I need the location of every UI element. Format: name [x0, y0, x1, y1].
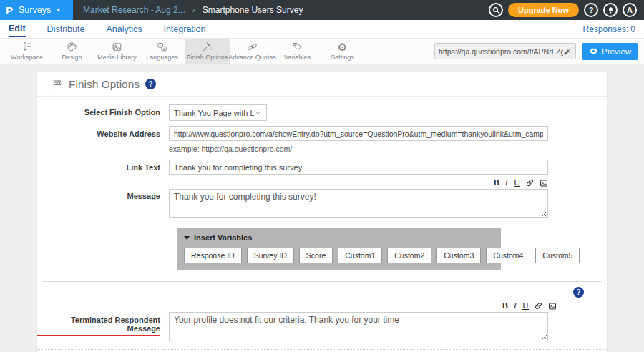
bell-icon	[607, 6, 615, 14]
notifications-button[interactable]	[603, 3, 618, 17]
variable-custom1[interactable]: Custom1	[338, 248, 382, 263]
product-switcher[interactable]: P Surveys ▾	[0, 0, 73, 20]
terminated-help-row: ?	[37, 287, 607, 298]
help-button[interactable]: ?	[584, 3, 598, 17]
card-header: Finish Options ?	[37, 72, 607, 97]
link-text-label: Link Text	[37, 160, 169, 175]
tab-distribute[interactable]: Distribute	[47, 21, 85, 36]
message-label: Message	[37, 177, 169, 221]
variable-custom4[interactable]: Custom4	[486, 248, 530, 263]
question-icon: ?	[589, 6, 594, 14]
design-icon	[67, 41, 77, 52]
variable-custom5[interactable]: Custom5	[535, 248, 580, 263]
section-divider	[42, 281, 602, 282]
insert-link-icon[interactable]	[535, 302, 542, 310]
toolbar-item-label: Languages	[146, 54, 178, 61]
preview-button[interactable]: Preview	[582, 43, 638, 60]
toolbar-item-label: Advance Quotas	[228, 54, 276, 61]
toolbar-item-design[interactable]: Design	[49, 39, 94, 64]
message-row: Message B I U Thank you for completing t…	[37, 177, 607, 221]
website-address-row: Website Address example: https://qa.ques…	[37, 126, 607, 153]
finish-options-help-icon[interactable]: ?	[145, 79, 156, 89]
website-address-label: Website Address	[37, 126, 169, 153]
avatar-letter: A	[627, 6, 633, 14]
insert-image-icon[interactable]	[548, 302, 557, 311]
terminated-help-icon[interactable]: ?	[573, 287, 584, 298]
bold-button[interactable]: B	[502, 301, 507, 311]
toolbar-item-label: Media Library	[97, 54, 137, 61]
italic-button[interactable]: I	[514, 301, 517, 311]
main-area: Finish Options ? Select Finish Option Th…	[0, 64, 644, 352]
insert-variables-toggle[interactable]: Insert Variables	[184, 233, 494, 242]
toolbar-item-finish-options[interactable]: Finish Options	[185, 39, 230, 64]
survey-url-text: https://qa.questionpro.com/t/APNrFZgQ	[439, 47, 563, 56]
tab-analytics[interactable]: Analytics	[106, 21, 142, 36]
variable-custom2[interactable]: Custom2	[387, 248, 431, 263]
languages-icon: xA	[157, 41, 167, 52]
variable-score[interactable]: Score	[299, 248, 333, 263]
variables-icon	[292, 41, 303, 52]
top-bar: P Surveys ▾ Market Research - Aug 2... ›…	[0, 0, 644, 20]
tab-integration[interactable]: Integration	[163, 21, 205, 36]
finish-flag-icon	[52, 79, 63, 90]
insert-variables-label: Insert Variables	[194, 233, 252, 242]
svg-text:A: A	[163, 47, 165, 51]
breadcrumb-separator-icon: ›	[192, 5, 195, 15]
product-label: Surveys	[19, 5, 51, 15]
toolbar-item-label: Settings	[331, 54, 354, 61]
toolbar-item-advance-quotas[interactable]: Advance Quotas	[230, 39, 275, 64]
preview-label: Preview	[602, 47, 631, 56]
toolbar-item-settings[interactable]: ⚙ Settings	[320, 39, 365, 64]
caret-down-icon	[184, 236, 190, 240]
underline-button[interactable]: U	[522, 301, 529, 311]
insert-link-icon[interactable]	[526, 179, 534, 187]
breadcrumb-folder[interactable]: Market Research - Aug 2...	[83, 5, 185, 15]
variable-custom3[interactable]: Custom3	[436, 248, 481, 263]
edit-url-pencil-icon[interactable]	[563, 47, 572, 56]
responses-count[interactable]: Responses: 0	[583, 24, 635, 34]
toolbar-item-label: Variables	[284, 54, 311, 61]
finish-option-label: Select Finish Option	[37, 104, 169, 121]
survey-url-field[interactable]: https://qa.questionpro.com/t/APNrFZgQ	[434, 43, 576, 59]
toolbar-item-workspace[interactable]: Workspace	[4, 39, 49, 64]
toolbar-right: https://qa.questionpro.com/t/APNrFZgQ Pr…	[434, 39, 644, 64]
finish-option-select[interactable]: Thank You Page with Link	[169, 104, 267, 121]
link-text-row: Link Text	[37, 160, 607, 175]
nav-bar: Edit Distribute Analytics Integration Re…	[0, 20, 644, 39]
questionpro-logo: P	[6, 5, 13, 16]
message-editor: B I U Thank you for completing this surv…	[169, 177, 548, 221]
toolbar-item-languages[interactable]: xA Languages	[140, 39, 185, 64]
terminated-richtext-toolbar-wrap: B I U	[177, 300, 608, 311]
website-address-input[interactable]	[169, 126, 548, 141]
toolbar-item-label: Finish Options	[187, 54, 228, 61]
variable-response-id[interactable]: Response ID	[184, 248, 242, 263]
caret-down-icon: ▾	[57, 6, 60, 14]
dotted-divider	[37, 349, 607, 350]
terminated-message-textarea[interactable]: Your profile does not fit our criteria. …	[169, 312, 548, 341]
tab-edit[interactable]: Edit	[9, 21, 26, 37]
toolbar-item-variables[interactable]: Variables	[275, 39, 320, 64]
toolbar-item-label: Workspace	[11, 54, 43, 61]
terminated-message-label: Terminated Respondent Message	[37, 312, 169, 341]
search-button[interactable]	[489, 3, 503, 17]
page-title: Finish Options	[69, 78, 140, 91]
finish-options-icon	[202, 41, 213, 52]
search-icon	[492, 6, 500, 14]
upgrade-now-button[interactable]: Upgrade Now	[508, 3, 579, 17]
variable-survey-id[interactable]: Survey ID	[247, 248, 294, 263]
account-avatar[interactable]: A	[623, 3, 637, 17]
breadcrumb: Market Research - Aug 2... › Smartphone …	[83, 5, 303, 15]
insert-image-icon[interactable]	[540, 179, 548, 187]
message-textarea[interactable]: Thank you for completing this survey!	[169, 189, 548, 218]
breadcrumb-survey-name: Smartphone Users Survey	[203, 5, 303, 15]
toolbar-item-media-library[interactable]: Media Library	[94, 39, 140, 64]
link-text-input[interactable]	[169, 160, 548, 175]
website-address-group: example: https://qa.questionpro.com/	[169, 126, 548, 153]
bold-button[interactable]: B	[493, 178, 499, 187]
website-example-hint: example: https://qa.questionpro.com/	[169, 145, 548, 153]
italic-button[interactable]: I	[505, 178, 508, 187]
underline-button[interactable]: U	[514, 178, 520, 187]
workspace-icon	[21, 41, 32, 52]
finish-options-card: Finish Options ? Select Finish Option Th…	[36, 72, 608, 352]
terminated-message-row: Terminated Respondent Message Your profi…	[37, 312, 607, 341]
